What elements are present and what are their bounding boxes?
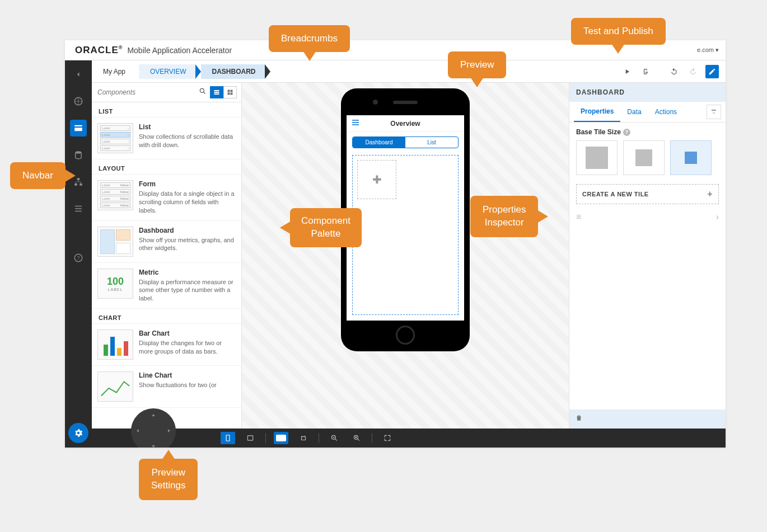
top-toolbar <box>620 65 719 78</box>
svg-rect-12 <box>214 93 219 95</box>
callout-test-publish: Test and Publish <box>571 18 666 45</box>
callout-properties-inspector: Properties Inspector <box>470 196 538 237</box>
search-icon[interactable] <box>199 87 207 97</box>
device-phone-icon[interactable] <box>221 432 235 444</box>
breadcrumb-dashboard[interactable]: DASHBOARD <box>201 64 265 79</box>
chevron-right-icon: › <box>716 212 719 222</box>
undo-icon[interactable] <box>667 65 681 78</box>
help-icon[interactable]: ? <box>623 129 630 136</box>
plus-icon: ✚ <box>372 173 382 186</box>
component-palette: LIST Label› Label› Label› Label› List Sh… <box>92 83 242 429</box>
svg-rect-14 <box>231 90 233 92</box>
preview-canvas: Overview Dashboard List ✚ <box>242 83 569 429</box>
svg-point-23 <box>305 435 305 436</box>
play-icon[interactable] <box>620 65 634 78</box>
callout-preview: Preview <box>448 51 506 78</box>
edit-pencil-icon[interactable] <box>705 65 719 78</box>
svg-rect-4 <box>77 178 80 180</box>
component-search-input[interactable] <box>96 86 195 98</box>
svg-rect-16 <box>231 93 233 95</box>
breadcrumb-overview[interactable]: OVERVIEW <box>139 64 195 79</box>
svg-rect-2 <box>74 128 82 131</box>
drag-handle-icon: ≡ <box>576 212 581 222</box>
device-tablet-icon[interactable] <box>243 432 258 444</box>
svg-text:?: ? <box>77 256 80 261</box>
tile-list-row[interactable]: ≡ › <box>576 212 719 222</box>
add-tile-slot[interactable]: ✚ <box>357 160 396 199</box>
inspector-tab-properties[interactable]: Properties <box>574 102 620 122</box>
preview-settings-bar: iOS <box>92 429 726 448</box>
svg-rect-11 <box>214 92 219 93</box>
nav-back-icon[interactable] <box>70 66 87 83</box>
product-name: Mobile Application Accelerator <box>127 46 232 55</box>
base-tile-size-label: Base Tile Size ? <box>576 128 719 136</box>
oracle-logo: ORACLE® <box>75 45 123 56</box>
palette-section-list: LIST <box>92 102 241 117</box>
callout-breadcrumbs: Breadcrumbs <box>269 25 350 52</box>
inspector-tab-actions[interactable]: Actions <box>648 102 684 121</box>
inspector-overflow-icon[interactable] <box>707 105 721 119</box>
svg-point-3 <box>76 151 82 154</box>
svg-point-9 <box>200 88 204 92</box>
publish-icon[interactable] <box>639 65 653 78</box>
preview-header: Overview <box>347 115 464 132</box>
redo-icon[interactable] <box>686 65 700 78</box>
svg-text:iOS: iOS <box>278 436 284 440</box>
palette-item-dashboard[interactable]: Dashboard Show off your metrics, graphs,… <box>92 221 241 263</box>
nav-help-icon[interactable]: ? <box>70 249 87 266</box>
zoom-in-icon[interactable] <box>349 432 364 444</box>
svg-rect-1 <box>74 125 82 126</box>
svg-rect-10 <box>214 90 219 91</box>
trash-icon[interactable] <box>575 414 583 424</box>
svg-rect-6 <box>79 183 82 186</box>
tile-size-small[interactable] <box>670 140 712 175</box>
properties-inspector: DASHBOARD Properties Data Actions Base T… <box>569 83 726 429</box>
nav-data-icon[interactable] <box>70 147 87 163</box>
palette-item-linechart[interactable]: Line Chart Show fluctuations for two (or <box>92 366 241 408</box>
grid-view-icon[interactable] <box>223 86 237 98</box>
platform-ios-icon[interactable]: iOS <box>274 432 288 444</box>
nav-list-icon[interactable] <box>70 200 87 217</box>
palette-item-metric[interactable]: 100 LABEL Metric Display a performance m… <box>92 263 241 309</box>
palette-section-layout: LAYOUT <box>92 159 241 175</box>
create-new-tile-button[interactable]: CREATE A NEW TILE + <box>576 184 719 204</box>
nav-settings-gear-icon[interactable] <box>68 423 88 443</box>
palette-section-chart: CHART <box>92 309 241 324</box>
svg-rect-18 <box>226 435 230 441</box>
device-screen: Overview Dashboard List ✚ <box>347 115 464 321</box>
plus-icon: + <box>707 189 713 199</box>
preview-drop-area[interactable]: ✚ <box>352 155 459 315</box>
preview-tab-dashboard[interactable]: Dashboard <box>353 137 405 148</box>
inspector-title: DASHBOARD <box>569 83 726 102</box>
list-view-icon[interactable] <box>210 86 223 98</box>
palette-item-list[interactable]: Label› Label› Label› Label› List Show co… <box>92 117 241 159</box>
inspector-tab-data[interactable]: Data <box>620 102 648 121</box>
home-button-icon <box>396 326 415 345</box>
tile-size-large[interactable] <box>576 140 618 175</box>
svg-rect-17 <box>712 110 716 111</box>
svg-rect-13 <box>228 90 230 92</box>
palette-item-form[interactable]: LabelValue LabelValue LabelValue LabelVa… <box>92 175 241 221</box>
callout-preview-settings: Preview Settings <box>139 459 198 500</box>
preview-title: Overview <box>390 120 420 128</box>
hamburger-icon[interactable] <box>351 118 360 129</box>
svg-point-22 <box>302 435 302 436</box>
palette-item-barchart[interactable]: Bar Chart Display the changes for two or… <box>92 324 241 366</box>
nav-explore-icon[interactable] <box>70 93 87 110</box>
callout-component-palette: Component Palette <box>290 208 362 247</box>
tile-size-medium[interactable] <box>623 140 665 175</box>
nav-designer-icon[interactable] <box>70 120 87 136</box>
direction-pad[interactable] <box>131 408 176 448</box>
svg-rect-15 <box>228 93 230 95</box>
callout-navbar: Navbar <box>10 162 66 189</box>
fullscreen-icon[interactable] <box>380 432 395 444</box>
svg-rect-19 <box>247 436 252 440</box>
preview-segmented-tabs: Dashboard List <box>352 136 459 148</box>
user-menu[interactable]: e.com ▾ <box>697 46 719 54</box>
zoom-out-icon[interactable] <box>327 432 342 444</box>
platform-android-icon[interactable] <box>296 432 311 444</box>
svg-rect-5 <box>74 183 77 186</box>
preview-tab-list[interactable]: List <box>405 137 458 148</box>
breadcrumb-root[interactable]: My App <box>99 64 134 79</box>
breadcrumb-bar: My App OVERVIEW DASHBOARD <box>92 60 726 83</box>
